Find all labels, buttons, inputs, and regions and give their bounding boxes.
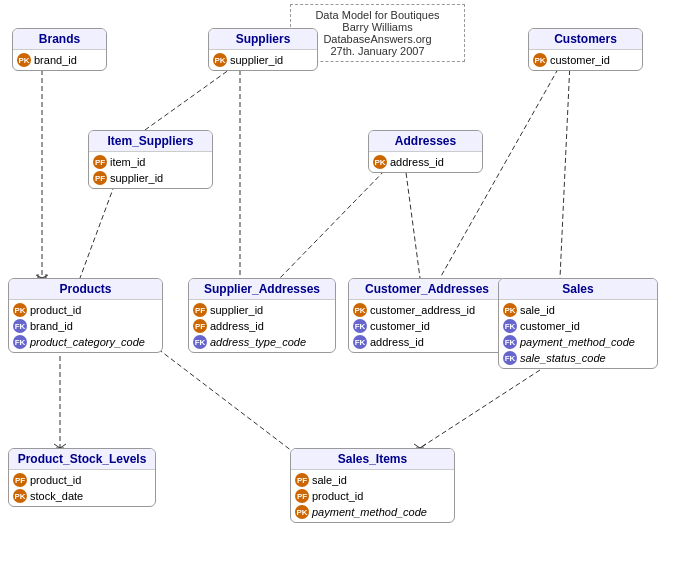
pf-badge: PF — [295, 489, 309, 503]
field-row: FK product_category_code — [13, 334, 158, 350]
field-name: product_id — [30, 474, 81, 486]
svg-line-6 — [145, 62, 240, 130]
info-line1: Data Model for Boutiques — [299, 9, 456, 21]
fk-badge: FK — [353, 319, 367, 333]
field-row: PK sale_id — [503, 302, 653, 318]
pk-badge: PK — [373, 155, 387, 169]
diagram-container: Data Model for Boutiques Barry Williams … — [0, 0, 678, 573]
entity-supplier-addresses-title: Supplier_Addresses — [189, 279, 335, 300]
pk-badge: PK — [17, 53, 31, 67]
field-row: PF supplier_id — [193, 302, 331, 318]
field-row: PK stock_date — [13, 488, 151, 504]
entity-products-fields: PK product_id FK brand_id FK product_cat… — [9, 300, 162, 352]
field-name: payment_method_code — [520, 336, 635, 348]
field-name: customer_address_id — [370, 304, 475, 316]
entity-item-suppliers-fields: PF item_id PF supplier_id — [89, 152, 212, 188]
entity-customers-fields: PK customer_id — [529, 50, 642, 70]
svg-line-9 — [280, 165, 390, 278]
field-row: PF product_id — [295, 488, 450, 504]
entity-customer-addresses-fields: PK customer_address_id FK customer_id FK… — [349, 300, 505, 352]
field-name: product_category_code — [30, 336, 145, 348]
field-name: item_id — [110, 156, 145, 168]
entity-sales-items-title: Sales_Items — [291, 449, 454, 470]
pk-badge: PK — [13, 303, 27, 317]
field-name: payment_method_code — [312, 506, 427, 518]
entity-suppliers: Suppliers PK supplier_id — [208, 28, 318, 71]
pk-badge: PK — [295, 505, 309, 519]
pk-badge: PK — [13, 489, 27, 503]
entity-supplier-addresses-fields: PF supplier_id PF address_id FK address_… — [189, 300, 335, 352]
pf-badge: PF — [93, 155, 107, 169]
entity-addresses: Addresses PK address_id — [368, 130, 483, 173]
field-name: sale_id — [520, 304, 555, 316]
entity-product-stock-levels: Product_Stock_Levels PF product_id PK st… — [8, 448, 156, 507]
field-row: FK customer_id — [353, 318, 501, 334]
field-row: FK sale_status_code — [503, 350, 653, 366]
pf-badge: PF — [193, 303, 207, 317]
svg-line-12 — [560, 62, 570, 278]
entity-customer-addresses-title: Customer_Addresses — [349, 279, 505, 300]
field-row: FK customer_id — [503, 318, 653, 334]
pf-badge: PF — [193, 319, 207, 333]
fk-badge: FK — [13, 319, 27, 333]
field-name: product_id — [30, 304, 81, 316]
field-name: supplier_id — [230, 54, 283, 66]
field-row: PK address_id — [373, 154, 478, 170]
field-name: sale_id — [312, 474, 347, 486]
field-name: address_type_code — [210, 336, 306, 348]
pk-badge: PK — [353, 303, 367, 317]
entity-sales-title: Sales — [499, 279, 657, 300]
entity-brands-title: Brands — [13, 29, 106, 50]
entity-suppliers-fields: PK supplier_id — [209, 50, 317, 70]
entity-product-stock-levels-title: Product_Stock_Levels — [9, 449, 155, 470]
entity-item-suppliers: Item_Suppliers PF item_id PF supplier_id — [88, 130, 213, 189]
entity-brands: Brands PK brand_id — [12, 28, 107, 71]
entity-sales-items: Sales_Items PF sale_id PF product_id PK … — [290, 448, 455, 523]
fk-badge: FK — [503, 351, 517, 365]
entity-addresses-title: Addresses — [369, 131, 482, 152]
field-row: FK address_id — [353, 334, 501, 350]
field-row: PF product_id — [13, 472, 151, 488]
entity-product-stock-levels-fields: PF product_id PK stock_date — [9, 470, 155, 506]
field-name: brand_id — [30, 320, 73, 332]
entity-products-title: Products — [9, 279, 162, 300]
field-name: stock_date — [30, 490, 83, 502]
field-name: address_id — [370, 336, 424, 348]
field-row: FK brand_id — [13, 318, 158, 334]
field-name: customer_id — [550, 54, 610, 66]
field-row: PK brand_id — [17, 52, 102, 68]
field-row: PK payment_method_code — [295, 504, 450, 520]
pk-badge: PK — [213, 53, 227, 67]
info-line2: Barry Williams — [299, 21, 456, 33]
info-line3: DatabaseAnswers.org — [299, 33, 456, 45]
field-row: PF address_id — [193, 318, 331, 334]
pk-badge: PK — [503, 303, 517, 317]
fk-badge: FK — [503, 319, 517, 333]
entity-addresses-fields: PK address_id — [369, 152, 482, 172]
field-name: supplier_id — [110, 172, 163, 184]
field-row: PK customer_id — [533, 52, 638, 68]
entity-customers: Customers PK customer_id — [528, 28, 643, 71]
field-name: brand_id — [34, 54, 77, 66]
pk-badge: PK — [533, 53, 547, 67]
pf-badge: PF — [93, 171, 107, 185]
field-name: sale_status_code — [520, 352, 606, 364]
field-row: PK customer_address_id — [353, 302, 501, 318]
field-row: PK product_id — [13, 302, 158, 318]
field-row: FK payment_method_code — [503, 334, 653, 350]
entity-sales-items-fields: PF sale_id PF product_id PK payment_meth… — [291, 470, 454, 522]
svg-line-10 — [405, 165, 420, 278]
entity-brands-fields: PK brand_id — [13, 50, 106, 70]
svg-line-18 — [420, 370, 540, 448]
field-row: PK supplier_id — [213, 52, 313, 68]
info-line4: 27th. January 2007 — [299, 45, 456, 57]
field-name: supplier_id — [210, 304, 263, 316]
fk-badge: FK — [13, 335, 27, 349]
field-row: PF item_id — [93, 154, 208, 170]
field-row: FK address_type_code — [193, 334, 331, 350]
field-row: PF supplier_id — [93, 170, 208, 186]
entity-sales-fields: PK sale_id FK customer_id FK payment_met… — [499, 300, 657, 368]
entity-customers-title: Customers — [529, 29, 642, 50]
entity-products: Products PK product_id FK brand_id FK pr… — [8, 278, 163, 353]
entity-sales: Sales PK sale_id FK customer_id FK payme… — [498, 278, 658, 369]
